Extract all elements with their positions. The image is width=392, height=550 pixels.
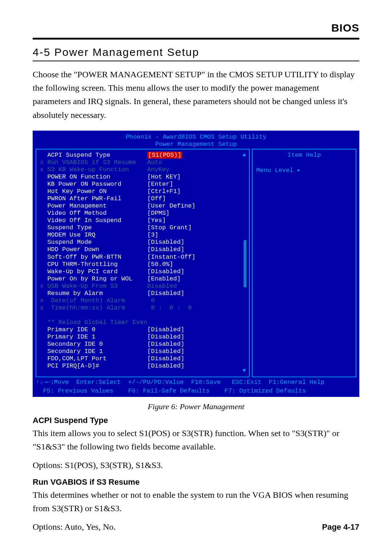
bios-settings-panel[interactable]: ACPI Suspend Type [S1(POS)]x Run VGABIOS… [36,149,250,377]
chapter-header: BIOS [33,22,359,34]
desc1-body1: This item allows you to select S1(POS) o… [33,427,359,453]
bios-setting-row[interactable] [40,312,245,319]
bios-setting-row[interactable]: Wake-Up by PCI card [Disabled] [40,268,245,275]
bios-setting-row[interactable]: Video Off In Suspend [Yes] [40,217,245,224]
figure-caption: Figure 6: Power Management [33,402,359,411]
help-title: Item Help [256,152,352,159]
bios-setting-row[interactable]: CPU THRM-Throttling [50.0%] [40,261,245,268]
bios-setting-row[interactable]: Secondary IDE 1 [Disabled] [40,348,245,355]
bios-setting-row[interactable]: Power On by Ring or WOL [Enabled] [40,275,245,283]
divider [33,61,359,61]
bios-setting-row[interactable]: Suspend Mode [Disabled] [40,239,245,246]
bios-setting-row[interactable]: FDD,COM,LPT Port [Disabled] [40,355,245,362]
bios-help-panel: Item Help Menu Level ▸ [252,149,356,377]
bios-setting-row[interactable]: KB Power ON Password [Enter] [40,181,245,188]
bios-setting-row[interactable]: Video Off Method [DPMS] [40,210,245,217]
bios-setting-row[interactable]: ACPI Suspend Type [S1(POS)] [40,152,245,159]
bios-setting-row[interactable]: x Time(hh:mm:ss) Alarm 0 : 0 : 0 [40,304,245,312]
bios-setting-row[interactable]: x S3 KB Wake-up Function AnyKey [40,166,245,173]
bios-title: Phoenix - AwardBIOS CMOS Setup Utility [36,134,356,141]
scroll-up-icon[interactable]: ▲ [242,152,246,159]
desc2-heading: Run VGABIOS if S3 Resume [33,477,359,487]
desc2-body2: Options: Auto, Yes, No. [33,520,359,534]
bios-setting-row[interactable]: MODEM Use IRQ [3] [40,231,245,239]
section-title: 4-5 Power Management Setup [33,46,359,58]
intro-paragraph: Choose the "POWER MANAGEMENT SETUP" in t… [33,68,359,122]
bios-setting-row[interactable]: PWRON After PWR-Fail [Off] [40,195,245,202]
bios-subtitle: Power Management Setup [36,141,356,148]
bios-setting-row[interactable]: Primary IDE 0 [Disabled] [40,326,245,333]
desc2-body1: This determines whether or not to enable… [33,488,359,515]
bios-footer-line2: F5: Previous Values F6: Fail-Safe Defaul… [36,387,356,395]
bios-setting-row[interactable]: Power Management [User Define] [40,202,245,210]
bios-setting-row[interactable]: Secondary IDE 0 [Disabled] [40,341,245,348]
bios-setting-row[interactable]: PCI PIRQ[A-D]# [Disabled] [40,362,245,370]
bios-setting-row[interactable]: x Run VGABIOS if S3 Resume Auto [40,159,245,166]
bios-setting-row[interactable]: ** Reload Global Timer Even [40,319,245,326]
bios-setting-row[interactable]: Soft-Off by PWR-BTTN [Instant-Off] [40,254,245,261]
bios-setting-row[interactable]: Resume by Alarm [Disabled] [40,290,245,297]
bios-setting-row[interactable]: POWER ON Function [Hot KEY] [40,173,245,181]
menu-level: Menu Level ▸ [256,167,301,174]
scroll-thumb[interactable] [244,240,246,287]
desc1-body2: Options: S1(POS), S3(STR), S1&S3. [33,459,359,472]
desc1-heading: ACPI Suspend Type [33,416,359,425]
scrollbar[interactable]: ▲ ▼ [242,149,249,377]
bios-setting-row[interactable]: HDD Power Down [Disabled] [40,246,245,253]
bios-setting-row[interactable]: Suspend Type [Stop Grant] [40,224,245,231]
bios-footer-line1: ↑↓→←:Move Enter:Select +/-/PU/PD:Value F… [36,379,356,386]
bios-screen: Phoenix - AwardBIOS CMOS Setup Utility P… [33,131,359,397]
scroll-down-icon[interactable]: ▼ [242,368,246,374]
bios-setting-row[interactable]: x USB Wake-Up From S3 Disabled [40,283,245,290]
page-number: Page 4-17 [322,522,359,532]
bios-setting-row[interactable]: Hot Key Power ON [Ctrl+F1] [40,188,245,195]
bios-setting-row[interactable]: Primary IDE 1 [Disabled] [40,333,245,341]
divider [33,38,359,40]
bios-setting-row[interactable]: x Date(of Month) Alarm 0 [40,297,245,304]
